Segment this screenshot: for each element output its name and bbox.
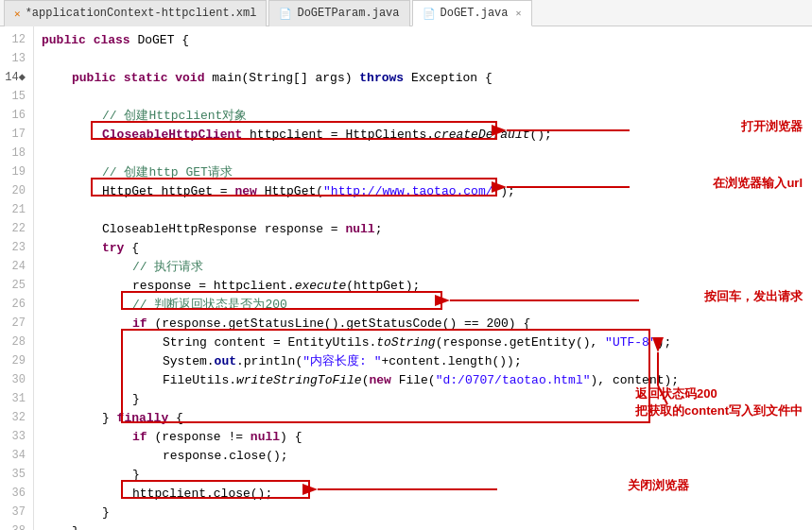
ln-12: 12 [4, 30, 26, 49]
kw-public: public [42, 34, 86, 46]
java-icon-1: 📄 [279, 8, 292, 20]
code-line-25: response = httpclient.execute(httpGet); [34, 276, 812, 295]
kw-class: class [94, 34, 130, 46]
code-line-13 [34, 49, 812, 68]
code-line-22: CloseableHttpResponse response = null; [34, 219, 812, 238]
tab-label-dogetparam: DoGETParam.java [297, 7, 399, 20]
code-line-15 [34, 87, 812, 106]
tab-app-xml[interactable]: ✕ *applicationContext-httpclient.xml [4, 0, 267, 26]
java-icon-2: 📄 [423, 8, 436, 20]
ln-32: 32 [4, 408, 26, 427]
tab-bar: ✕ *applicationContext-httpclient.xml 📄 D… [0, 0, 812, 26]
code-line-33: if (response != null) { [34, 427, 812, 446]
code-line-28: String content = EntityUtils.toString(re… [34, 333, 812, 351]
code-line-37: } [34, 503, 812, 521]
code-line-34: response.close(); [34, 446, 812, 465]
ln-26: 26 [4, 295, 26, 314]
code-line-27: if (response.getStatusLine().getStatusCo… [34, 314, 812, 333]
xml-icon: ✕ [14, 8, 21, 20]
code-lines: public class DoGET { public static void … [34, 26, 812, 530]
ln-18: 18 [4, 144, 26, 162]
code-line-32: } finally { [34, 408, 812, 427]
code-line-12: public class DoGET { [34, 30, 812, 49]
code-line-35: } [34, 465, 812, 484]
ln-36: 36 [4, 484, 26, 503]
ln-35: 35 [4, 465, 26, 484]
tab-label-app-xml: *applicationContext-httpclient.xml [26, 7, 257, 20]
ln-33: 33 [4, 427, 26, 446]
code-line-24: // 执行请求 [34, 257, 812, 276]
ln-23: 23 [4, 238, 26, 257]
code-line-14: public static void main(String[] args) t… [34, 68, 812, 87]
ln-28: 28 [4, 333, 26, 351]
tab-doget[interactable]: 📄 DoGET.java ✕ [412, 0, 532, 26]
ln-16: 16 [4, 106, 26, 125]
code-line-21 [34, 200, 812, 219]
code-line-19: // 创建http GET请求 [34, 162, 812, 181]
ln-25: 25 [4, 276, 26, 295]
code-line-26: // 判断返回状态是否为200 [34, 295, 812, 314]
ln-22: 22 [4, 219, 26, 238]
tab-dogetparam[interactable]: 📄 DoGETParam.java [268, 0, 409, 26]
ln-15: 15 [4, 87, 26, 106]
ln-21: 21 [4, 200, 26, 219]
code-line-38: } [34, 521, 812, 530]
ln-34: 34 [4, 446, 26, 465]
ln-17: 17 [4, 125, 26, 144]
code-line-16: // 创建Httpclient对象 [34, 106, 812, 125]
ln-30: 30 [4, 370, 26, 389]
code-line-17: CloseableHttpClient httpclient = HttpCli… [34, 125, 812, 144]
ln-13: 13 [4, 49, 26, 68]
code-line-29: System.out.println("内容长度: "+content.leng… [34, 351, 812, 370]
line-numbers: 12 13 14◆ 15 16 17 18 19 20 21 22 23 24 … [0, 26, 34, 530]
ln-14: 14◆ [4, 68, 26, 87]
code-area: 12 13 14◆ 15 16 17 18 19 20 21 22 23 24 … [0, 26, 812, 530]
code-line-30: FileUtils.writeStringToFile(new File("d:… [34, 370, 812, 389]
ln-37: 37 [4, 503, 26, 521]
code-line-31: } [34, 389, 812, 408]
ln-20: 20 [4, 181, 26, 200]
code-line-23: try { [34, 238, 812, 257]
code-line-18 [34, 144, 812, 162]
ln-31: 31 [4, 389, 26, 408]
ln-27: 27 [4, 314, 26, 333]
ln-19: 19 [4, 162, 26, 181]
ln-29: 29 [4, 351, 26, 370]
tab-close-icon[interactable]: ✕ [516, 8, 522, 19]
ln-38: 38 [4, 521, 26, 530]
tab-label-doget: DoGET.java [441, 7, 509, 20]
code-line-36: httpclient.close(); [34, 484, 812, 503]
ln-24: 24 [4, 257, 26, 276]
code-line-20: HttpGet httpGet = new HttpGet("http://ww… [34, 181, 812, 200]
